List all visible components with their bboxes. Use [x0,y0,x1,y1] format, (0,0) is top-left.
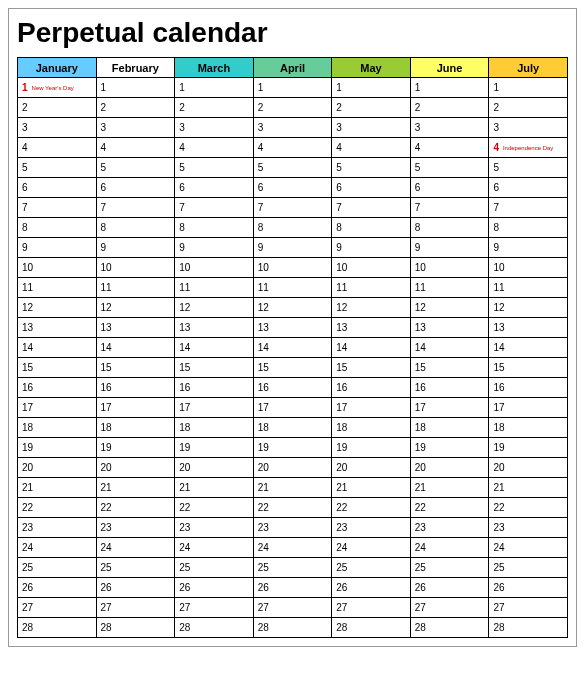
day-cell: 23 [489,518,568,538]
day-cell: 6 [96,178,175,198]
day-number: 7 [258,202,264,213]
day-cell: 18 [489,418,568,438]
day-number: 5 [101,162,107,173]
day-cell: 28 [96,618,175,638]
day-cell: 20 [253,458,332,478]
day-number: 25 [101,562,112,573]
day-row: 18181818181818 [18,418,568,438]
day-cell: 10 [253,258,332,278]
day-cell: 9 [410,238,489,258]
day-number: 6 [258,182,264,193]
day-number: 28 [493,622,504,633]
day-number: 27 [415,602,426,613]
day-cell: 5 [96,158,175,178]
day-number: 7 [101,202,107,213]
day-cell: 6 [175,178,254,198]
day-number: 28 [22,622,33,633]
day-number: 22 [336,502,347,513]
day-cell: 27 [410,598,489,618]
day-cell: 27 [18,598,97,618]
day-number: 23 [22,522,33,533]
day-number: 8 [493,222,499,233]
day-cell: 11 [489,278,568,298]
day-number: 9 [22,242,28,253]
day-cell: 10 [18,258,97,278]
day-cell: 7 [410,198,489,218]
day-cell: 28 [332,618,411,638]
day-number: 14 [258,342,269,353]
day-cell: 8 [96,218,175,238]
day-cell: 26 [96,578,175,598]
day-number: 6 [493,182,499,193]
day-cell: 1 [489,78,568,98]
day-number: 19 [258,442,269,453]
day-cell: 4 [332,138,411,158]
day-cell: 28 [489,618,568,638]
day-number: 18 [258,422,269,433]
day-cell: 1New Year's Day [18,78,97,98]
day-cell: 5 [253,158,332,178]
day-cell: 9 [489,238,568,258]
day-cell: 3 [175,118,254,138]
day-cell: 2 [175,98,254,118]
day-number: 19 [101,442,112,453]
day-cell: 13 [253,318,332,338]
day-cell: 22 [489,498,568,518]
day-cell: 18 [96,418,175,438]
day-cell: 17 [175,398,254,418]
day-cell: 16 [410,378,489,398]
month-header: January [18,58,97,78]
day-number: 26 [493,582,504,593]
day-number: 11 [22,282,33,293]
day-row: 14141414141414 [18,338,568,358]
day-cell: 25 [489,558,568,578]
day-number: 15 [179,362,190,373]
day-cell: 13 [96,318,175,338]
day-cell: 4 [410,138,489,158]
day-cell: 12 [18,298,97,318]
day-number: 2 [415,102,421,113]
day-cell: 6 [18,178,97,198]
day-cell: 1 [96,78,175,98]
day-row: 15151515151515 [18,358,568,378]
day-cell: 26 [18,578,97,598]
day-number: 11 [336,282,347,293]
month-header: April [253,58,332,78]
day-number: 17 [101,402,112,413]
day-cell: 4Independence Day [489,138,568,158]
day-number: 3 [101,122,107,133]
day-number: 11 [101,282,112,293]
day-cell: 13 [410,318,489,338]
day-number: 6 [22,182,28,193]
day-number: 22 [493,502,504,513]
day-cell: 22 [253,498,332,518]
day-number: 12 [22,302,33,313]
day-cell: 15 [96,358,175,378]
day-number: 25 [336,562,347,573]
day-cell: 21 [253,478,332,498]
day-number: 18 [415,422,426,433]
day-number: 16 [258,382,269,393]
day-number: 9 [415,242,421,253]
day-number: 25 [415,562,426,573]
day-row: 24242424242424 [18,538,568,558]
day-number: 12 [336,302,347,313]
day-cell: 2 [489,98,568,118]
day-number: 14 [336,342,347,353]
day-number: 7 [415,202,421,213]
day-cell: 24 [410,538,489,558]
day-cell: 24 [175,538,254,558]
day-row: 8888888 [18,218,568,238]
day-cell: 7 [489,198,568,218]
day-number: 28 [415,622,426,633]
day-row: 21212121212121 [18,478,568,498]
day-number: 26 [258,582,269,593]
day-number: 20 [101,462,112,473]
day-cell: 16 [175,378,254,398]
day-number: 5 [179,162,185,173]
day-number: 16 [22,382,33,393]
day-number: 1 [493,82,499,93]
day-cell: 18 [18,418,97,438]
day-number: 4 [336,142,342,153]
day-number: 20 [22,462,33,473]
